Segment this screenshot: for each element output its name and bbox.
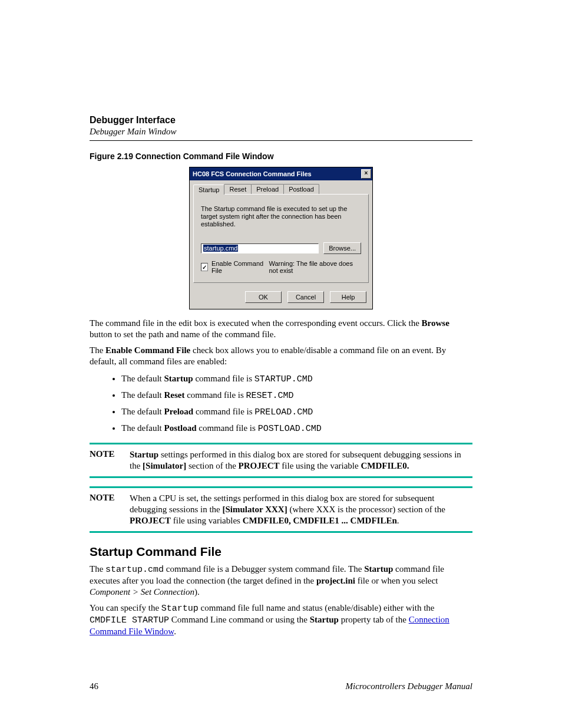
ok-button[interactable]: OK: [245, 291, 282, 303]
dialog-screenshot: HC08 FCS Connection Command Files × Star…: [90, 167, 472, 309]
file-row: startup.cmd Browse...: [201, 242, 361, 254]
defaults-list: The default Startup command file is STAR…: [90, 372, 472, 436]
para-1: The command file in the edit box is exec…: [90, 318, 472, 340]
header-subtitle: Debugger Main Window: [90, 127, 472, 137]
enable-row: ✓ Enable Command File Warning: The file …: [201, 260, 361, 274]
tab-body: The Startup command file is executed to …: [193, 194, 369, 283]
note-1: NOTE Startup settings performed in this …: [90, 443, 472, 478]
tab-postload[interactable]: Postload: [283, 184, 319, 194]
warning-text: Warning: The file above does not exist: [269, 260, 361, 274]
browse-button[interactable]: Browse...: [323, 242, 361, 254]
dialog-titlebar: HC08 FCS Connection Command Files ×: [190, 167, 372, 180]
command-file-input[interactable]: startup.cmd: [201, 243, 319, 253]
dialog-title: HC08 FCS Connection Command Files: [193, 170, 361, 177]
list-item: The default Reset command file is RESET.…: [121, 388, 472, 403]
figure-caption: Figure 2.19 Connection Command File Wind…: [90, 151, 472, 161]
para-3: The startup.cmd command file is a Debugg…: [90, 564, 472, 598]
connection-command-dialog: HC08 FCS Connection Command Files × Star…: [189, 167, 373, 309]
dialog-buttons: OK Cancel Help: [190, 289, 372, 309]
note-label: NOTE: [90, 449, 130, 472]
command-file-value: startup.cmd: [203, 245, 238, 252]
list-item: The default Postload command file is POS…: [121, 421, 472, 436]
para-2: The Enable Command File check box allows…: [90, 345, 472, 367]
note-text: When a CPU is set, the settings performe…: [130, 493, 472, 526]
note-text: Startup settings performed in this dialo…: [130, 449, 472, 472]
doc-title: Microcontrollers Debugger Manual: [98, 681, 472, 691]
dialog-tabs: Startup Reset Preload Postload: [193, 184, 369, 194]
tab-preload[interactable]: Preload: [251, 184, 284, 194]
enable-checkbox[interactable]: ✓: [201, 263, 208, 271]
tab-reset[interactable]: Reset: [224, 184, 252, 194]
page-number: 46: [90, 681, 98, 691]
tab-startup[interactable]: Startup: [193, 185, 224, 195]
list-item: The default Startup command file is STAR…: [121, 372, 472, 386]
close-icon[interactable]: ×: [361, 169, 371, 179]
help-button[interactable]: Help: [330, 291, 366, 303]
para-4: You can specify the Startup command file…: [90, 602, 472, 637]
section-heading: Startup Command File: [90, 545, 472, 559]
note-label: NOTE: [90, 493, 130, 526]
tab-description: The Startup command file is executed to …: [201, 205, 361, 228]
page-header: Debugger Interface Debugger Main Window: [90, 115, 472, 141]
cancel-button[interactable]: Cancel: [287, 291, 324, 303]
header-title: Debugger Interface: [90, 115, 472, 126]
list-item: The default Preload command file is PREL…: [121, 405, 472, 419]
note-2: NOTE When a CPU is set, the settings per…: [90, 486, 472, 533]
enable-label: Enable Command File: [211, 260, 265, 274]
header-rule: [90, 140, 472, 141]
page-footer: 46 Microcontrollers Debugger Manual: [90, 681, 472, 691]
